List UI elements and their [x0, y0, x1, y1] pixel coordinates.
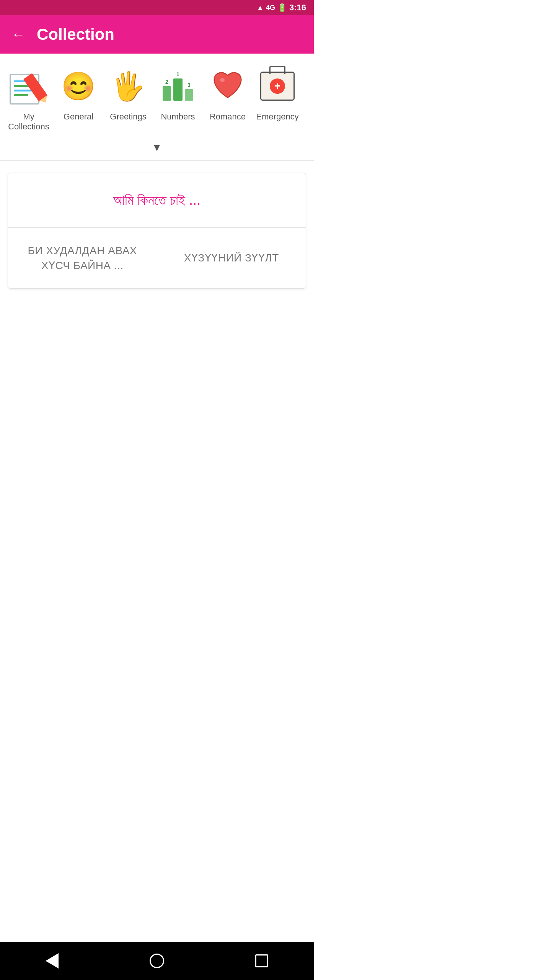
- status-bar: ▲ 4G 🔋 3:16: [0, 0, 314, 15]
- category-general[interactable]: 😊 General: [54, 65, 103, 122]
- svg-rect-2: [173, 78, 183, 101]
- romance-label: Romance: [210, 112, 246, 122]
- content-area: আমি কিনতে চাই ... БИ ХУДАЛДАН АВАХ ХҮСЧ …: [0, 161, 314, 296]
- numbers-label: Numbers: [161, 112, 195, 122]
- svg-text:1: 1: [176, 71, 179, 77]
- signal-icon: ▲: [257, 4, 264, 12]
- app-bar: ← Collection: [0, 15, 314, 54]
- category-emergency[interactable]: + Emergency: [253, 65, 302, 122]
- app-bar-title: Collection: [37, 25, 114, 44]
- line4: [14, 94, 28, 96]
- chevron-row[interactable]: ▾: [0, 136, 314, 160]
- greetings-icon-wrap: 🖐️: [107, 65, 149, 107]
- greetings-label: Greetings: [110, 112, 146, 122]
- general-label: General: [64, 112, 93, 122]
- phrase-left-text: БИ ХУДАЛДАН АВАХ ХҮСЧ БАЙНА ...: [16, 243, 149, 273]
- category-romance[interactable]: Romance: [203, 65, 253, 122]
- emergency-briefcase-wrap: +: [258, 67, 297, 105]
- emergency-label: Emergency: [256, 112, 298, 122]
- general-icon-wrap: 😊: [57, 65, 99, 107]
- category-greetings[interactable]: 🖐️ Greetings: [103, 65, 153, 122]
- numbers-svg-icon: 2 1 3: [159, 67, 197, 105]
- time-display: 3:16: [289, 3, 306, 13]
- svg-point-6: [220, 78, 225, 82]
- chevron-down-icon[interactable]: ▾: [154, 140, 160, 154]
- my-collections-icon-wrap: [8, 65, 50, 107]
- briefcase-shape: +: [260, 72, 295, 101]
- romance-icon-wrap: [207, 65, 249, 107]
- svg-rect-0: [163, 86, 171, 101]
- line3: [14, 90, 33, 91]
- phrase-card: আমি কিনতে চাই ... БИ ХУДАЛДАН АВАХ ХҮСЧ …: [8, 173, 306, 289]
- cross-circle-icon: +: [270, 78, 285, 94]
- numbers-icon-wrap: 2 1 3: [157, 65, 199, 107]
- signal-label: 4G: [266, 4, 275, 12]
- general-emoji-icon: 😊: [61, 72, 96, 100]
- battery-icon: 🔋: [277, 3, 287, 12]
- greetings-emoji-icon: 🖐️: [111, 72, 145, 100]
- emergency-icon-wrap: +: [256, 65, 298, 107]
- my-collections-icon: [10, 68, 48, 105]
- category-numbers[interactable]: 2 1 3 Numbers: [153, 65, 203, 122]
- my-collections-label: My Collections: [6, 112, 52, 132]
- phrase-top-section: আমি কিনতে চাই ...: [8, 173, 306, 228]
- bengali-phrase-text: আমি কিনতে চাই ...: [113, 192, 201, 208]
- svg-text:2: 2: [165, 79, 168, 85]
- phrase-right-option[interactable]: ХҮЗҮҮНИЙ ЗҮҮЛТ: [157, 228, 306, 288]
- category-my-collections[interactable]: My Collections: [4, 65, 54, 132]
- phrase-left-option[interactable]: БИ ХУДАЛДАН АВАХ ХҮСЧ БАЙНА ...: [8, 228, 157, 288]
- status-icons: ▲ 4G 🔋 3:16: [257, 3, 306, 13]
- romance-svg-icon: [209, 67, 247, 105]
- phrase-right-text: ХҮЗҮҮНИЙ ЗҮҮЛТ: [184, 250, 279, 265]
- svg-text:3: 3: [187, 82, 191, 88]
- phrase-bottom-section: БИ ХУДАЛДАН АВАХ ХҮСЧ БАЙНА ... ХҮЗҮҮНИЙ…: [8, 228, 306, 288]
- category-row: My Collections 😊 General 🖐️ Greetings 2 …: [0, 54, 314, 136]
- svg-rect-4: [185, 89, 193, 101]
- back-button[interactable]: ←: [11, 26, 25, 42]
